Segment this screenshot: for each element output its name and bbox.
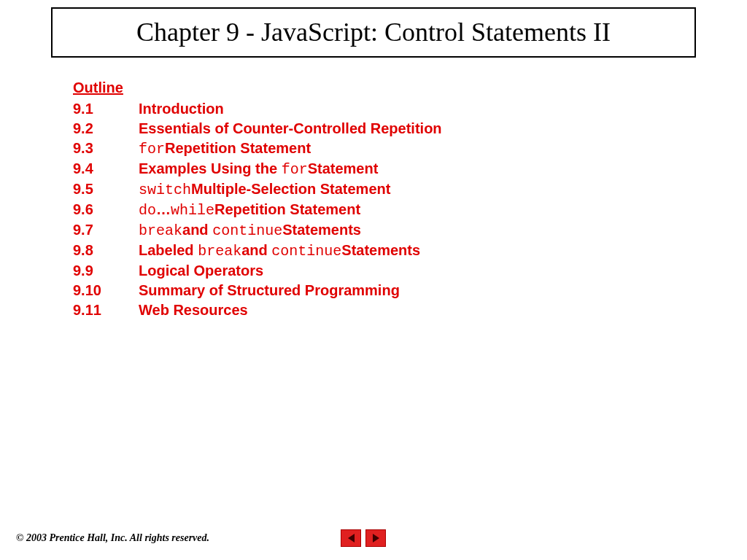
outline-row: 9.4Examples Using the forStatement <box>73 159 747 179</box>
outline-text: Essentials of Counter-Controlled Repetit… <box>139 120 442 136</box>
outline-text: Logical Operators <box>139 262 263 279</box>
outline-title: Summary of Structured Programming <box>139 281 747 300</box>
outline-number: 9.3 <box>73 139 139 159</box>
outline-text: … <box>156 201 171 217</box>
outline-text: Summary of Structured Programming <box>139 282 400 298</box>
outline-title: breakand continueStatements <box>139 220 747 241</box>
outline-number: 9.4 <box>73 159 139 179</box>
outline-text: Labeled <box>139 242 198 258</box>
outline-container: Outline 9.1Introduction9.2Essentials of … <box>73 79 747 320</box>
outline-number: 9.6 <box>73 200 139 220</box>
outline-text: and <box>182 222 212 238</box>
outline-row: 9.9Logical Operators <box>73 261 747 281</box>
code-keyword: do <box>139 202 156 219</box>
outline-text: Statement <box>308 160 379 176</box>
next-slide-button[interactable] <box>365 529 386 547</box>
outline-number: 9.9 <box>73 261 139 281</box>
outline-heading: Outline <box>73 79 747 96</box>
outline-text: Introduction <box>139 101 224 117</box>
outline-title: Essentials of Counter-Controlled Repetit… <box>139 119 747 139</box>
copyright-text: © 2003 Prentice Hall, Inc. All rights re… <box>16 532 209 544</box>
outline-title: Labeled breakand continueStatements <box>139 241 747 261</box>
outline-text: Multiple-Selection Statement <box>191 181 390 197</box>
outline-text: Repetition Statement <box>214 201 360 217</box>
outline-row: 9.7breakand continueStatements <box>73 220 747 241</box>
outline-row: 9.1Introduction <box>73 99 747 119</box>
outline-row: 9.10Summary of Structured Programming <box>73 281 747 300</box>
slide-title-box: Chapter 9 - JavaScript: Control Statemen… <box>51 7 696 58</box>
arrow-right-icon <box>373 534 379 542</box>
code-keyword: continue <box>212 222 282 239</box>
outline-title: Examples Using the forStatement <box>139 159 747 179</box>
outline-number: 9.7 <box>73 220 139 241</box>
outline-row: 9.5switchMultiple-Selection Statement <box>73 179 747 200</box>
outline-text: Examples Using the <box>139 160 282 176</box>
prev-slide-button[interactable] <box>341 529 361 547</box>
code-keyword: for <box>282 161 308 178</box>
code-keyword: break <box>139 222 182 239</box>
outline-title: Introduction <box>139 99 747 119</box>
outline-title: Logical Operators <box>139 261 747 281</box>
outline-title: forRepetition Statement <box>139 139 747 159</box>
outline-row: 9.3forRepetition Statement <box>73 139 747 159</box>
outline-number: 9.5 <box>73 179 139 200</box>
arrow-left-icon <box>348 534 355 542</box>
outline-row: 9.2Essentials of Counter-Controlled Repe… <box>73 119 747 139</box>
outline-title: switchMultiple-Selection Statement <box>139 179 747 200</box>
outline-number: 9.11 <box>73 300 139 320</box>
nav-buttons <box>341 529 386 547</box>
code-keyword: continue <box>271 243 341 260</box>
outline-row: 9.6do…whileRepetition Statement <box>73 200 747 220</box>
outline-text: and <box>241 242 271 258</box>
outline-text: Statements <box>341 242 420 258</box>
code-keyword: while <box>171 202 214 219</box>
code-keyword: switch <box>139 182 191 198</box>
outline-number: 9.10 <box>73 281 139 300</box>
slide-footer: © 2003 Prentice Hall, Inc. All rights re… <box>16 529 731 547</box>
outline-title: Web Resources <box>139 300 747 320</box>
outline-title: do…whileRepetition Statement <box>139 200 747 220</box>
outline-row: 9.8Labeled breakand continueStatements <box>73 241 747 261</box>
outline-text: Statements <box>282 222 361 238</box>
code-keyword: for <box>139 141 165 158</box>
outline-text: Repetition Statement <box>165 140 311 156</box>
outline-list: 9.1Introduction9.2Essentials of Counter-… <box>73 99 747 320</box>
outline-row: 9.11Web Resources <box>73 300 747 320</box>
slide-title: Chapter 9 - JavaScript: Control Statemen… <box>67 16 680 49</box>
code-keyword: break <box>198 243 241 260</box>
outline-number: 9.1 <box>73 99 139 119</box>
outline-number: 9.2 <box>73 119 139 139</box>
outline-number: 9.8 <box>73 241 139 261</box>
outline-text: Web Resources <box>139 302 248 318</box>
